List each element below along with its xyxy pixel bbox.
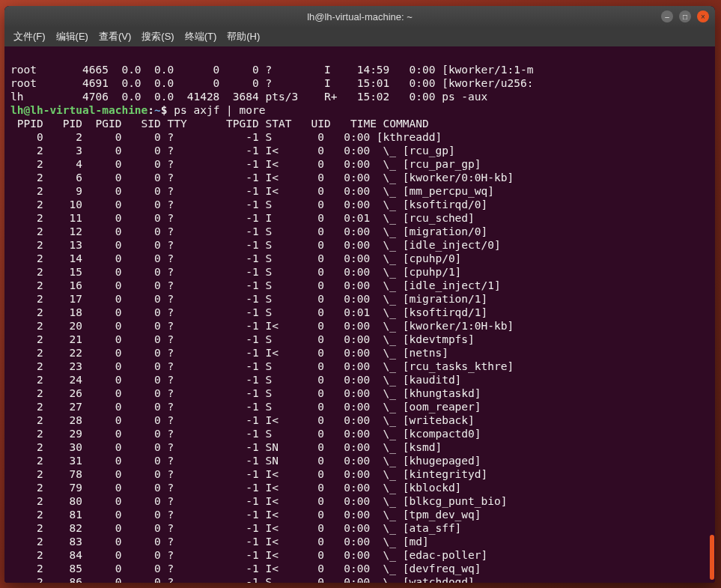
menu-search[interactable]: 搜索(S) xyxy=(137,28,178,46)
menu-help[interactable]: 帮助(H) xyxy=(222,28,264,46)
prompt-userhost: lh@lh-virtual-machine xyxy=(10,104,147,116)
terminal-output-pre: root 4665 0.0 0.0 0 0 ? I 14:59 0:00 [kw… xyxy=(10,63,711,103)
terminal-output-post: 0 2 0 0 ? -1 S 0 0:00 [kthreadd] 2 3 0 0… xyxy=(10,130,711,583)
menu-terminal[interactable]: 终端(T) xyxy=(180,28,222,46)
prompt-dollar: $ xyxy=(161,104,174,116)
window-titlebar[interactable]: lh@lh-virtual-machine: ~ – □ × xyxy=(4,6,715,27)
terminal-window: lh@lh-virtual-machine: ~ – □ × 文件(F) 编辑(… xyxy=(4,6,715,583)
window-title: lh@lh-virtual-machine: ~ xyxy=(307,11,413,22)
prompt-command: ps axjf | more xyxy=(174,104,265,116)
terminal-scrollbar-thumb[interactable] xyxy=(710,535,714,580)
prompt-path: ~ xyxy=(154,104,161,116)
ps-header: PPID PID PGID SID TTY TPGID STAT UID TIM… xyxy=(10,117,711,130)
minimize-button[interactable]: – xyxy=(661,10,673,22)
close-button[interactable]: × xyxy=(697,10,709,22)
menu-edit[interactable]: 编辑(E) xyxy=(52,28,93,46)
prompt-sep: : xyxy=(147,104,154,116)
prompt-line: lh@lh-virtual-machine:~$ ps axjf | more xyxy=(10,103,711,117)
terminal-viewport[interactable]: root 4665 0.0 0.0 0 0 ? I 14:59 0:00 [kw… xyxy=(4,46,715,583)
terminal-scrollbar[interactable] xyxy=(709,46,715,583)
window-controls: – □ × xyxy=(661,10,709,22)
maximize-button[interactable]: □ xyxy=(679,10,691,22)
menu-view[interactable]: 查看(V) xyxy=(94,28,136,46)
menu-bar: 文件(F) 编辑(E) 查看(V) 搜索(S) 终端(T) 帮助(H) xyxy=(4,27,715,46)
menu-file[interactable]: 文件(F) xyxy=(9,28,50,46)
